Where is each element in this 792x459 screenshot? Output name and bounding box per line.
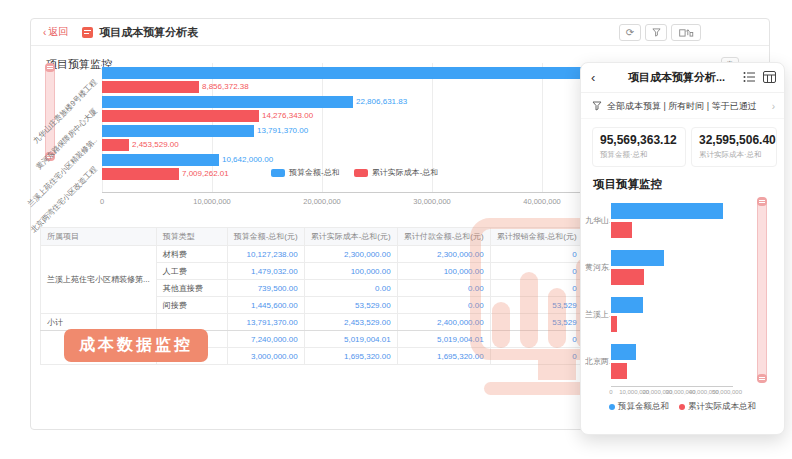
bar[interactable]: [102, 125, 254, 137]
kpi-value: 32,595,506.40: [699, 133, 769, 147]
column-header: 预算金额-总和(元): [227, 228, 304, 246]
bar[interactable]: [102, 154, 219, 166]
mobile-preview-panel: ‹ 项目成本预算分析... 全部成本预算 | 所有时间 | 等于已通过 › 95…: [580, 62, 785, 435]
value-cell[interactable]: 1,445,600.00: [227, 297, 304, 314]
window-title: 项目成本预算分析表: [99, 25, 198, 40]
chevron-right-icon: ›: [772, 101, 775, 112]
legend-item[interactable]: 预算金额总和: [609, 401, 669, 413]
bar[interactable]: [611, 363, 627, 379]
legend-dot: [609, 404, 615, 410]
value-cell[interactable]: 10,127,238.00: [227, 246, 304, 263]
funnel-icon: [592, 101, 602, 111]
x-axis-tick: 30,000,000: [413, 197, 451, 206]
panel-zoom-slider[interactable]: [757, 197, 767, 383]
panel-filter-bar[interactable]: 全部成本预算 | 所有时间 | 等于已通过 ›: [581, 94, 784, 119]
bar[interactable]: [102, 67, 634, 79]
chevron-left-icon: ‹: [43, 27, 46, 38]
category-label: 黄河东..: [585, 262, 610, 273]
budget-type-cell: 间接费: [156, 297, 227, 314]
report-icon: [82, 27, 93, 38]
value-cell[interactable]: 53,529: [490, 297, 583, 314]
value-cell[interactable]: 0: [490, 280, 583, 297]
back-button[interactable]: ‹ 返回: [43, 25, 68, 39]
bar-value-label: 7,009,262.01: [182, 168, 229, 180]
bar[interactable]: [611, 222, 632, 238]
slider-handle-top[interactable]: [45, 63, 55, 72]
value-cell[interactable]: 0: [490, 263, 583, 280]
value-cell[interactable]: 100,000.00: [304, 263, 397, 280]
x-axis: [102, 192, 662, 193]
bar[interactable]: [611, 250, 664, 266]
value-cell[interactable]: 2,300,000.00: [397, 246, 490, 263]
cost-monitor-badge: 成本数据监控: [64, 329, 208, 362]
bar[interactable]: [102, 81, 199, 93]
value-cell[interactable]: 0.00: [304, 280, 397, 297]
legend-item[interactable]: 累计实际成本总和: [679, 401, 756, 413]
app-root: ‹ 返回 项目成本预算分析表 ⟳ 项目预算监控 ⚙ 010,000,00020,…: [0, 0, 792, 459]
legend-label: 累计实际成本总和: [688, 401, 756, 413]
bar[interactable]: [611, 203, 723, 219]
value-cell[interactable]: 2,453,529.00: [304, 314, 397, 331]
view-grid-icon[interactable]: [763, 71, 776, 83]
legend-item[interactable]: 累计实际成本-总和: [354, 167, 439, 178]
panel-section-title: 项目预算监控: [593, 177, 662, 192]
toolbar: ⟳: [619, 24, 701, 41]
bar[interactable]: [611, 269, 644, 285]
bar[interactable]: [102, 110, 259, 122]
column-header: 预算类型: [156, 228, 227, 246]
value-cell[interactable]: 3,000,000.00: [227, 348, 304, 365]
budget-type-cell: [156, 314, 227, 331]
bar[interactable]: [611, 316, 617, 332]
x-axis-tick: 50,000,000: [712, 389, 742, 395]
value-cell[interactable]: 5,019,004.01: [304, 331, 397, 348]
value-cell[interactable]: 0: [490, 348, 583, 365]
bar-value-label: 13,791,370.00: [257, 125, 308, 137]
value-cell[interactable]: 0: [490, 331, 583, 348]
value-cell[interactable]: 53,529.00: [304, 297, 397, 314]
panel-back-button[interactable]: ‹: [591, 70, 595, 85]
x-axis-tick: 0: [100, 197, 104, 206]
kpi-actual-total: 32,595,506.40 累计实际成本·总和: [691, 127, 777, 167]
budget-type-cell: 其他直接费: [156, 280, 227, 297]
titlebar: ‹ 返回 项目成本预算分析表 ⟳: [31, 19, 769, 46]
legend-item[interactable]: 预算金额-总和: [271, 167, 340, 178]
kpi-label: 预算金额·总和: [600, 150, 678, 160]
value-cell[interactable]: 0.00: [397, 297, 490, 314]
value-cell[interactable]: 0: [490, 246, 583, 263]
value-cell[interactable]: 1,479,032.00: [227, 263, 304, 280]
project-cell: 小计: [41, 314, 157, 331]
value-cell[interactable]: 1,695,320.00: [304, 348, 397, 365]
budget-type-cell: 人工费: [156, 263, 227, 280]
x-axis-tick: 20,000,000: [303, 197, 341, 206]
value-cell[interactable]: 0.00: [397, 280, 490, 297]
bar-value-label: 14,276,343.00: [262, 110, 313, 122]
value-cell[interactable]: 100,000.00: [397, 263, 490, 280]
bar[interactable]: [611, 297, 643, 313]
value-cell[interactable]: 2,300,000.00: [304, 246, 397, 263]
column-header: 累计报销金额-总和(元): [490, 228, 583, 246]
value-cell[interactable]: 53,529: [490, 314, 583, 331]
bar[interactable]: [102, 168, 179, 180]
legend-label: 累计实际成本-总和: [372, 167, 439, 178]
value-cell[interactable]: 5,019,004.01: [397, 331, 490, 348]
bar[interactable]: [611, 344, 636, 360]
value-cell[interactable]: 739,500.00: [227, 280, 304, 297]
legend-dot: [679, 404, 685, 410]
view-list-icon[interactable]: [743, 71, 756, 83]
bar[interactable]: [102, 139, 129, 151]
project-cell: 兰溪上苑住宅小区精装修第...: [41, 246, 157, 314]
legend-swatch: [271, 169, 285, 177]
legend-label: 预算金额总和: [618, 401, 669, 413]
export-button[interactable]: [671, 24, 701, 41]
column-header: 累计实际成本-总和(元): [304, 228, 397, 246]
filter-button[interactable]: [645, 24, 667, 41]
kpi-value: 95,569,363.12: [600, 133, 678, 147]
slider-handle-top[interactable]: [757, 197, 767, 206]
value-cell[interactable]: 7,240,000.00: [227, 331, 304, 348]
value-cell[interactable]: 13,791,370.00: [227, 314, 304, 331]
slider-handle-bottom[interactable]: [757, 374, 767, 383]
value-cell[interactable]: 1,695,320.00: [397, 348, 490, 365]
refresh-button[interactable]: ⟳: [619, 24, 641, 41]
bar[interactable]: [102, 96, 353, 108]
value-cell[interactable]: 2,400,000.00: [397, 314, 490, 331]
